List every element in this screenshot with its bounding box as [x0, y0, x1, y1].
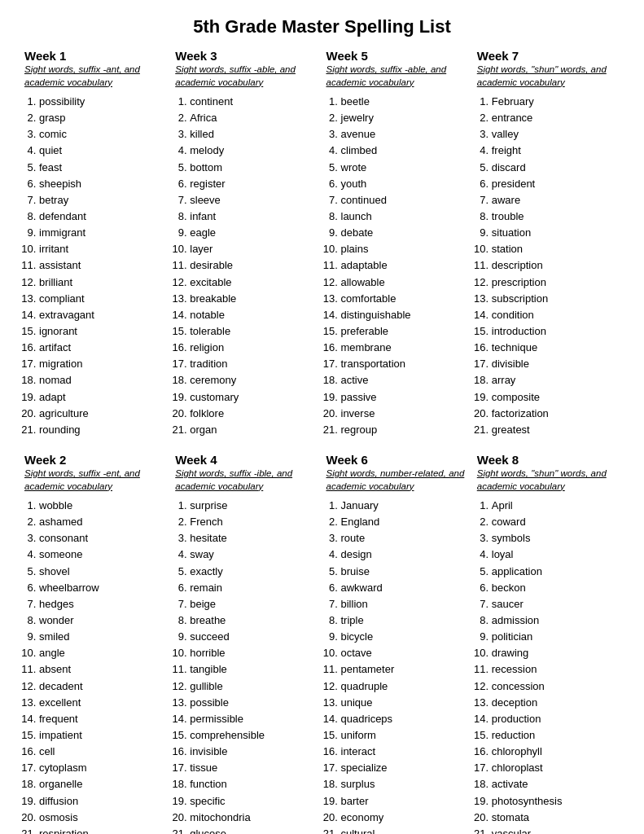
week7-title: Week 7 — [477, 49, 620, 63]
list-item: transportation — [341, 356, 469, 372]
list-item: adapt — [39, 389, 167, 406]
list-item: continued — [341, 192, 469, 208]
list-item: route — [341, 530, 469, 546]
list-item: technique — [492, 340, 620, 356]
list-item: specific — [190, 793, 318, 810]
week8-title: Week 8 — [477, 453, 620, 467]
list-item: religion — [190, 340, 318, 356]
list-item: economy — [341, 810, 469, 826]
list-item: adaptable — [341, 257, 469, 274]
list-item: tissue — [190, 760, 318, 776]
list-item: permissible — [190, 711, 318, 727]
list-item: customary — [190, 389, 318, 406]
list-item: possibility — [39, 94, 167, 110]
page-title: 5th Grade Master Spelling List — [24, 16, 620, 37]
list-item: wonder — [39, 612, 167, 629]
list-item: president — [492, 176, 620, 192]
list-item: beckon — [492, 580, 620, 596]
list-item: desirable — [190, 257, 318, 274]
list-item: Africa — [190, 110, 318, 126]
week4-block: Week 4 Sight words, suffix -ible, and ac… — [175, 453, 318, 834]
list-item: respiration — [39, 826, 167, 834]
list-item: agriculture — [39, 406, 167, 422]
list-item: divisible — [492, 356, 620, 372]
week8-block: Week 8 Sight words, "shun" words, and ac… — [477, 453, 620, 834]
list-item: defendant — [39, 208, 167, 225]
list-item: angle — [39, 645, 167, 661]
list-item: sheepish — [39, 176, 167, 192]
list-item: killed — [190, 126, 318, 143]
list-item: climbed — [341, 143, 469, 159]
week5-list: beetlejewelryavenueclimbedwroteyouthcont… — [326, 94, 469, 438]
list-item: specialize — [341, 760, 469, 776]
list-item: launch — [341, 208, 469, 225]
week8-list: Aprilcowardsymbolsloyalapplicationbeckon… — [477, 498, 620, 834]
list-item: comfortable — [341, 291, 469, 307]
list-item: wobble — [39, 498, 167, 514]
list-item: composite — [492, 389, 620, 406]
week2-block: Week 2 Sight words, suffix -ent, and aca… — [24, 453, 167, 834]
list-item: situation — [492, 225, 620, 241]
list-item: octave — [341, 645, 469, 661]
list-item: wheelbarrow — [39, 580, 167, 596]
list-item: consonant — [39, 530, 167, 546]
week4-list: surpriseFrenchhesitateswayexactlyremainb… — [175, 498, 318, 834]
week4-title: Week 4 — [175, 453, 318, 467]
list-item: application — [492, 564, 620, 580]
week7-list: Februaryentrancevalleyfreightdiscardpres… — [477, 94, 620, 438]
list-item: migration — [39, 356, 167, 372]
list-item: frequent — [39, 711, 167, 727]
list-item: ceremony — [190, 372, 318, 388]
list-item: bicycle — [341, 629, 469, 645]
list-item: smiled — [39, 629, 167, 645]
list-item: compliant — [39, 291, 167, 307]
list-item: breakable — [190, 291, 318, 307]
list-item: immigrant — [39, 225, 167, 241]
list-item: nomad — [39, 372, 167, 388]
list-item: comic — [39, 126, 167, 143]
list-item: feast — [39, 160, 167, 176]
list-item: quiet — [39, 143, 167, 159]
list-item: billion — [341, 596, 469, 612]
list-item: tangible — [190, 661, 318, 678]
list-item: factorization — [492, 406, 620, 422]
list-item: active — [341, 372, 469, 388]
list-item: bruise — [341, 564, 469, 580]
list-item: politician — [492, 629, 620, 645]
list-item: loyal — [492, 546, 620, 563]
list-item: exactly — [190, 564, 318, 580]
week2-subtitle: Sight words, suffix -ent, and academic v… — [24, 467, 167, 493]
week1-title: Week 1 — [24, 49, 167, 63]
list-item: introduction — [492, 323, 620, 340]
list-item: triple — [341, 612, 469, 629]
list-item: French — [190, 514, 318, 530]
week7-block: Week 7 Sight words, "shun" words, and ac… — [477, 49, 620, 438]
week5-block: Week 5 Sight words, suffix -able, and ac… — [326, 49, 469, 438]
list-item: hedges — [39, 596, 167, 612]
week2-title: Week 2 — [24, 453, 167, 467]
list-item: decadent — [39, 678, 167, 695]
week3-list: continentAfricakilledmelodybottomregiste… — [175, 94, 318, 438]
list-item: cytoplasm — [39, 760, 167, 776]
list-item: membrane — [341, 340, 469, 356]
list-item: someone — [39, 546, 167, 563]
week1-list: possibilitygraspcomicquietfeastsheepishb… — [24, 94, 167, 438]
list-item: diffusion — [39, 793, 167, 810]
list-item: excellent — [39, 695, 167, 711]
list-item: regroup — [341, 422, 469, 438]
list-item: grasp — [39, 110, 167, 126]
list-item: distinguishable — [341, 307, 469, 323]
list-item: gullible — [190, 678, 318, 695]
list-item: comprehensible — [190, 727, 318, 744]
list-item: pentameter — [341, 661, 469, 678]
list-item: tolerable — [190, 323, 318, 340]
list-item: breathe — [190, 612, 318, 629]
list-item: wrote — [341, 160, 469, 176]
list-item: recession — [492, 661, 620, 678]
list-item: possible — [190, 695, 318, 711]
week6-list: JanuaryEnglandroutedesignbruiseawkwardbi… — [326, 498, 469, 834]
list-item: folklore — [190, 406, 318, 422]
week7-subtitle: Sight words, "shun" words, and academic … — [477, 64, 620, 89]
list-item: deception — [492, 695, 620, 711]
list-item: osmosis — [39, 810, 167, 826]
